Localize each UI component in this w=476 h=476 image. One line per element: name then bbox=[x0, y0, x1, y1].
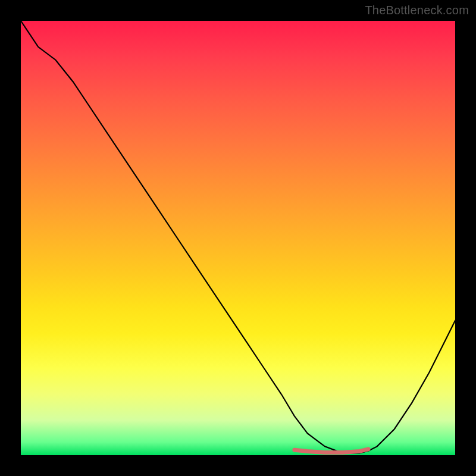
bottleneck-curve-path bbox=[21, 21, 455, 453]
plot-area bbox=[21, 21, 455, 455]
watermark-text: TheBottleneck.com bbox=[365, 4, 469, 17]
bottleneck-chart bbox=[21, 21, 455, 455]
